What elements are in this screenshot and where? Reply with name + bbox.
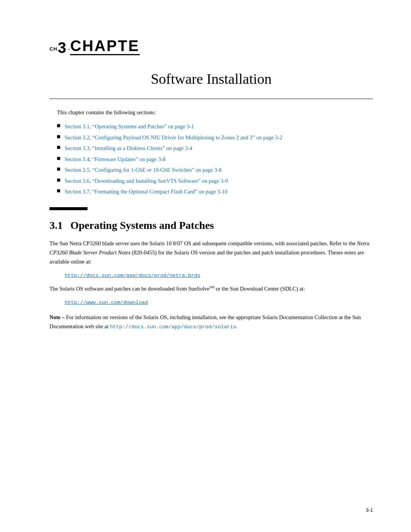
sm-superscript: SM [209,285,214,289]
section-body-2: The Solaris OS software and patches can … [49,284,373,294]
note-box: Note – For information on versions of th… [49,313,373,331]
section-link-3-6[interactable]: Section 3.6, “Downloading and Installing… [65,177,228,185]
list-item: Section 3.4, “Firmware Updates” on page … [57,155,373,163]
ch-prefix: CH [49,46,57,51]
section-3-1-heading: 3.1 Operating Systems and Patches [49,219,373,232]
bullet-icon [57,189,60,192]
section-link-3-1[interactable]: Section 3.1, “Operating Systems and Patc… [65,122,194,131]
url-sun-download[interactable]: http://www.sun.com/download [65,300,373,305]
chapter-header: CH3-CHAPTE [49,38,373,55]
chapter-divider [49,99,373,99]
note-text: Note – For information on versions of th… [49,313,373,331]
section-link-3-2[interactable]: Section 3.2, “Configuring Payload OS NIU… [65,133,282,142]
ch-number: 3 [58,40,68,55]
page-number: 3-1 [366,507,373,513]
url-netra-brds[interactable]: http://docs.sun.com/app/docs/prod/netra.… [65,273,373,278]
list-item: Section 3.7, “Formatting the Optional Co… [57,187,373,196]
intro-text: This chapter contains the following sect… [57,108,373,117]
url-solaris-docs[interactable]: http://docs.sun.com/app/docs/prod/solari… [110,324,236,330]
section-title: Operating Systems and Patches [70,219,214,232]
sections-list: Section 3.1, “Operating Systems and Patc… [57,122,373,196]
chapter-label: CH3-CHAPTE [49,38,140,55]
chapter-heading-wrapper: CH3-CHAPTE [49,38,373,55]
ch-dash: - [68,46,70,51]
bullet-icon [57,179,60,182]
bullet-icon [57,135,60,138]
section-link-3-5[interactable]: Section 3.5, “Configuring for 1-GbE or 1… [65,166,221,174]
list-item: Section 3.2, “Configuring Payload OS NIU… [57,133,373,142]
list-item: Section 3.5, “Configuring for 1-GbE or 1… [57,166,373,174]
bullet-icon [57,157,60,160]
italic-text: Netra CP3260 Blade Server Product Notes [49,240,370,256]
list-item: Section 3.3, “Installing as a Diskless C… [57,144,373,152]
section-link-3-3[interactable]: Section 3.3, “Installing as a Diskless C… [65,144,192,152]
section-link-3-4[interactable]: Section 3.4, “Firmware Updates” on page … [65,155,166,163]
section-link-3-7[interactable]: Section 3.7, “Formatting the Optional Co… [65,187,228,196]
section-number: 3.1 [49,219,63,232]
bullet-icon [57,168,60,171]
note-bold: Note – [49,314,65,320]
thick-bar-divider [49,207,88,210]
page: CH3-CHAPTE Software Installation This ch… [0,0,411,532]
chapter-word: CHAPTE [70,38,139,55]
list-item: Section 3.6, “Downloading and Installing… [57,177,373,185]
section-body-1: The Sun Netra CP3260 blade server uses t… [49,239,373,267]
bullet-icon [57,124,60,127]
chapter-title: Software Installation [49,70,373,87]
bullet-icon [57,146,60,149]
list-item: Section 3.1, “Operating Systems and Patc… [57,122,373,131]
